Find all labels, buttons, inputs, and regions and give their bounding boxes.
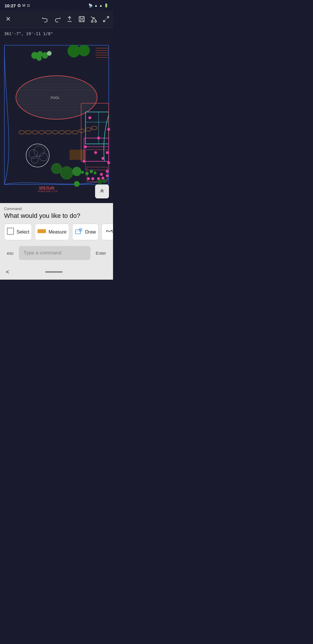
- close-button[interactable]: ✕: [3, 15, 13, 23]
- svg-point-58: [88, 116, 91, 119]
- svg-point-48: [51, 163, 62, 174]
- svg-point-49: [60, 167, 73, 179]
- cad-canvas[interactable]: POOL: [0, 39, 113, 203]
- svg-text:POOL: POOL: [51, 96, 60, 100]
- svg-point-80: [98, 179, 102, 184]
- command-input-row: esc Enter: [4, 244, 109, 263]
- home-indicator[interactable]: [45, 271, 63, 273]
- svg-text:SCALE 3/16" = 1'0": SCALE 3/16" = 1'0": [38, 190, 58, 193]
- measure-label: Measure: [48, 229, 66, 235]
- svg-point-68: [100, 173, 103, 176]
- bottom-panel: Command: What would you like to do? Sele…: [0, 203, 113, 265]
- quick-actions: Select Measure: [4, 224, 109, 240]
- svg-point-2: [95, 21, 97, 22]
- svg-point-97: [80, 229, 81, 230]
- svg-rect-51: [70, 150, 85, 160]
- toolbar: ✕: [0, 10, 113, 28]
- svg-point-25: [78, 45, 90, 56]
- svg-rect-94: [75, 230, 81, 234]
- measure-button[interactable]: Measure: [35, 224, 69, 240]
- more-icon: [106, 228, 113, 236]
- save-button[interactable]: [78, 16, 85, 23]
- collapse-panel-button[interactable]: [95, 184, 109, 198]
- notification-icon: ⊡: [27, 3, 30, 8]
- enter-button[interactable]: Enter: [93, 248, 109, 258]
- svg-point-78: [85, 172, 89, 175]
- command-question: What would you like to do?: [4, 212, 109, 220]
- battery-icon: 🔋: [104, 3, 108, 8]
- cast-icon: 📡: [88, 3, 93, 8]
- svg-point-22: [37, 56, 42, 61]
- redo-button[interactable]: [54, 16, 61, 23]
- svg-rect-87: [7, 228, 14, 234]
- esc-button[interactable]: esc: [4, 248, 17, 258]
- coordinates-text: 361'-7", 19'-11 1/8": [4, 31, 53, 36]
- svg-line-4: [103, 20, 105, 22]
- undo-button[interactable]: [42, 16, 49, 23]
- status-left: 10:27 G M ⊡: [5, 3, 30, 8]
- svg-point-69: [87, 177, 90, 180]
- select-label: Select: [17, 229, 29, 235]
- svg-point-77: [94, 171, 97, 174]
- toolbar-actions: [42, 16, 110, 23]
- select-button[interactable]: Select: [4, 224, 32, 240]
- svg-rect-5: [0, 39, 113, 202]
- svg-point-81: [102, 179, 106, 183]
- draw-button[interactable]: Draw: [72, 224, 99, 240]
- nav-bar: <: [0, 265, 113, 280]
- status-time: 10:27: [5, 3, 16, 8]
- more-button[interactable]: [101, 224, 113, 240]
- command-input[interactable]: [19, 246, 90, 260]
- svg-point-67: [106, 170, 109, 173]
- select-icon: [7, 227, 14, 236]
- svg-point-62: [94, 151, 97, 154]
- svg-point-1: [91, 21, 93, 22]
- svg-point-70: [91, 177, 94, 180]
- status-right: 📡 ▲ ▲ 🔋: [88, 3, 108, 8]
- cut-button[interactable]: [90, 16, 97, 23]
- svg-line-98: [112, 230, 112, 233]
- google-icon: G: [17, 3, 21, 8]
- svg-point-84: [74, 181, 80, 187]
- svg-rect-0: [79, 17, 84, 22]
- svg-line-3: [107, 17, 109, 19]
- command-label: Command:: [4, 207, 109, 211]
- svg-point-73: [106, 174, 109, 177]
- expand-button[interactable]: [103, 16, 110, 23]
- svg-point-63: [106, 151, 109, 154]
- svg-point-76: [90, 170, 93, 173]
- wifi-icon: ▲: [94, 3, 98, 8]
- draw-label: Draw: [85, 229, 96, 235]
- svg-point-59: [107, 128, 110, 131]
- back-button[interactable]: <: [6, 269, 9, 275]
- coords-bar: 361'-7", 19'-11 1/8": [0, 28, 113, 39]
- status-bar: 10:27 G M ⊡ 📡 ▲ ▲ 🔋: [0, 0, 113, 10]
- signal-icon: ▲: [99, 3, 103, 8]
- svg-point-23: [47, 51, 52, 56]
- measure-icon: [37, 228, 46, 236]
- svg-point-79: [81, 171, 84, 174]
- svg-point-50: [72, 167, 81, 176]
- gmail-icon: M: [22, 3, 25, 8]
- draw-icon: [75, 227, 83, 236]
- svg-point-66: [107, 161, 110, 164]
- upload-button[interactable]: [66, 16, 73, 23]
- svg-text:SITE PLAN: SITE PLAN: [39, 186, 54, 189]
